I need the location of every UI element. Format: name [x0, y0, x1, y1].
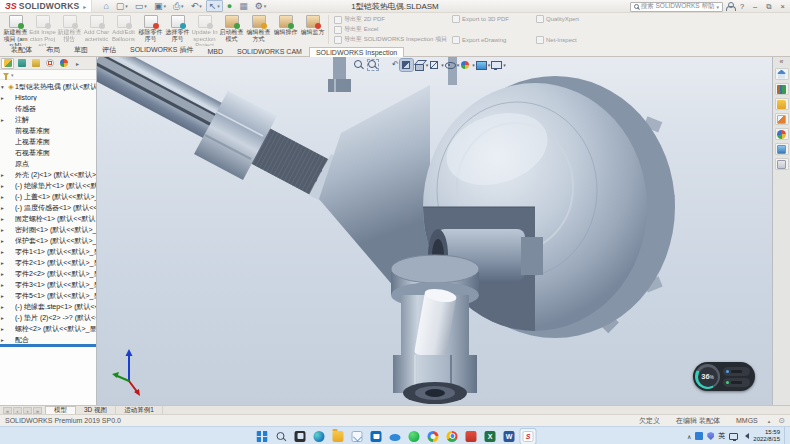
add-characteristic-button[interactable]: Add Characteristic [83, 13, 110, 46]
tree-item-sensors[interactable]: ▸ 传感器 [0, 103, 96, 114]
tab-mbd[interactable]: MBD [200, 46, 230, 56]
search-button[interactable] [274, 429, 289, 444]
apply-scene-icon[interactable]: ▾ [476, 59, 491, 71]
display-style-icon[interactable]: ▾ [429, 59, 444, 71]
scroll-next-button[interactable]: › [23, 407, 32, 414]
export-edrawing-button[interactable]: Export eDrawing [452, 36, 530, 44]
excel-icon[interactable]: X [483, 429, 498, 444]
help-button[interactable]: ? [737, 0, 747, 13]
start-button[interactable] [255, 429, 270, 444]
expand-arrow-icon[interactable]: ▸ [1, 183, 7, 189]
close-button[interactable]: × [778, 0, 788, 13]
tree-item-shell[interactable]: ▸ 外壳 (2)<1> (默认<<默认>_显示状 [0, 169, 96, 180]
tree-item-temp-sensor[interactable]: ▸ (-) 温度传感器<1> (默认<<默认>_ [0, 202, 96, 213]
login-user-icon[interactable] [726, 2, 734, 11]
expand-arrow-icon[interactable]: ▸ [1, 238, 7, 244]
expand-arrow-icon[interactable]: ▸ [1, 260, 7, 266]
launch-inspection-button[interactable]: 启动检查模式 [218, 13, 245, 46]
expand-arrow-icon[interactable]: ▸ [1, 293, 7, 299]
solidworks-taskbar-icon[interactable]: S [521, 429, 536, 444]
edge-icon[interactable] [312, 429, 327, 444]
new-inspection-report-button[interactable]: 新建检查报告 [56, 13, 83, 46]
tree-item-top-plane[interactable]: ▸ 上视基准面 [0, 136, 96, 147]
expand-arrow-icon[interactable]: ▸ [1, 216, 7, 222]
tab-motion-study[interactable]: 运动算例1 [116, 406, 163, 414]
logo-flyout-arrow-icon[interactable]: ▸ [83, 3, 86, 10]
displaymanager-tab[interactable] [57, 58, 70, 69]
store-icon[interactable] [369, 429, 384, 444]
tab-assembly[interactable]: 装配体 [4, 43, 39, 56]
status-gear-icon[interactable]: ⊙ [778, 416, 785, 425]
mail-icon[interactable] [350, 429, 365, 444]
input-language-indicator[interactable]: 英 [718, 431, 725, 441]
select-button[interactable]: ↖▾ [206, 0, 223, 12]
expand-arrow-icon[interactable]: ▸ [1, 117, 7, 123]
tree-item-part2-2[interactable]: ▸ 零件2<2> (默认<<默认>_显示状态 [0, 268, 96, 279]
export-excel-button[interactable]: 导出至 Excel [334, 25, 446, 34]
word-icon[interactable]: W [502, 429, 517, 444]
tree-root-assembly[interactable]: ▾ ◈ 1型铠装热电偶 (默认<默认_显示状态-1> [0, 81, 96, 92]
red-app-icon[interactable] [464, 429, 479, 444]
task-view-button[interactable] [293, 429, 308, 444]
tree-item-part5[interactable]: ▸ 零件5<1> (默认<<默认>_显示状态 [0, 290, 96, 301]
expand-arrow-icon[interactable]: ▸ [1, 315, 7, 321]
appearances-icon[interactable] [775, 128, 789, 140]
select-balloon-button[interactable]: 选择零件序号 [164, 13, 191, 46]
propertymanager-tab[interactable] [15, 58, 28, 69]
tree-item-part3[interactable]: ▸ 零件3<1> (默认<<默认>_显示状态 [0, 279, 96, 290]
tree-item-part1[interactable]: ▸ 零件1<1> (默认<<默认>_显示状态 [0, 246, 96, 257]
edit-operation-button[interactable]: 编辑操作 [272, 13, 299, 46]
scenes-icon[interactable] [775, 143, 789, 155]
options-button[interactable]: ⚙▾ [252, 0, 270, 12]
file-properties-button[interactable]: ▦▾ [236, 0, 251, 12]
export-2d-pdf-button[interactable]: 导出至 2D PDF [334, 15, 446, 24]
qualityxpert-button[interactable]: QualityXpert [536, 15, 594, 23]
edit-gauge-button[interactable]: 编辑监方 [299, 13, 326, 46]
file-explorer-tab-icon[interactable] [775, 98, 789, 110]
clock[interactable]: 15:59 2022/8/15 [753, 429, 780, 443]
open-file-button[interactable]: ▭▾ [132, 0, 150, 12]
edit-inspection-method-button[interactable]: 编辑检查方式 [245, 13, 272, 46]
network-monitor-icon[interactable] [729, 433, 738, 440]
expand-arrow-icon[interactable]: ▸ [1, 249, 7, 255]
tab-3d-views[interactable]: 3D 视图 [76, 406, 116, 414]
expand-arrow-icon[interactable]: ▸ [1, 337, 7, 343]
tree-item-seal-ring[interactable]: ▸ 密封圈<1> (默认<<默认>_显示状 [0, 224, 96, 235]
scroll-last-button[interactable]: » [33, 407, 42, 414]
tree-item-part2-1[interactable]: ▸ 零件2<1> (默认<<默认>_显示状态 [0, 257, 96, 268]
task-pane-collapse-icon[interactable]: « [780, 58, 784, 65]
tab-sketch[interactable]: 草图 [67, 43, 95, 56]
remove-balloon-button[interactable]: 移除零件序号 [137, 13, 164, 46]
expand-arrow-icon[interactable]: ▸ [1, 95, 7, 101]
zoom-area-icon[interactable]: ▾ [367, 59, 380, 71]
units-caret-icon[interactable]: ▴ [768, 418, 771, 424]
tree-item-front-plane[interactable]: ▸ 前视基准面 [0, 125, 96, 136]
add-edit-balloons-button[interactable]: Add/Edit Balloons [110, 13, 137, 46]
expand-arrow-icon[interactable]: ▸ [1, 326, 7, 332]
expand-arrow-icon[interactable]: ▸ [1, 271, 7, 277]
expand-arrow-icon[interactable]: ▸ [1, 172, 7, 178]
export-swi-project-button[interactable]: 导出至 SOLIDWORKS Inspection 项目 [334, 35, 446, 44]
expand-arrow-icon[interactable]: ▸ [1, 282, 7, 288]
tree-item-washer[interactable]: ▸ (-) 垫片 (2)<2> ->? (默认<<默认> [0, 312, 96, 323]
onedrive-icon[interactable] [388, 429, 403, 444]
scroll-prev-button[interactable]: ‹ [13, 407, 22, 414]
show-desktop-button[interactable] [784, 427, 787, 444]
update-inspection-project-button[interactable]: Update Inspection Project [191, 13, 218, 46]
tree-item-history[interactable]: ▸ History [0, 92, 96, 103]
tab-cam[interactable]: SOLIDWORKS CAM [230, 46, 309, 56]
new-file-button[interactable]: ▢▾ [113, 0, 131, 12]
expand-arrow-icon[interactable]: ▸ [1, 304, 7, 310]
tree-item-right-plane[interactable]: ▸ 右视基准面 [0, 147, 96, 158]
tree-item-top-cover[interactable]: ▸ (-) 上盖<1> (默认<<默认>_显示状 [0, 191, 96, 202]
tab-layout[interactable]: 布局 [39, 43, 67, 56]
tab-inspection[interactable]: SOLIDWORKS Inspection [309, 47, 404, 57]
expand-arrow-icon[interactable]: ▸ [1, 227, 7, 233]
browser-ring-icon[interactable] [426, 429, 441, 444]
home-button[interactable]: ⌂▾ [100, 0, 111, 12]
section-view-icon[interactable]: ▾ [400, 59, 413, 71]
tree-item-fixing-bolt[interactable]: ▸ 固定螺栓<1> (默认<<默认>_显示 [0, 213, 96, 224]
recorder-widget[interactable]: 36% [693, 362, 755, 391]
expand-arrow-icon[interactable]: ▸ [1, 194, 7, 200]
save-button[interactable]: ▣▾ [151, 0, 169, 12]
